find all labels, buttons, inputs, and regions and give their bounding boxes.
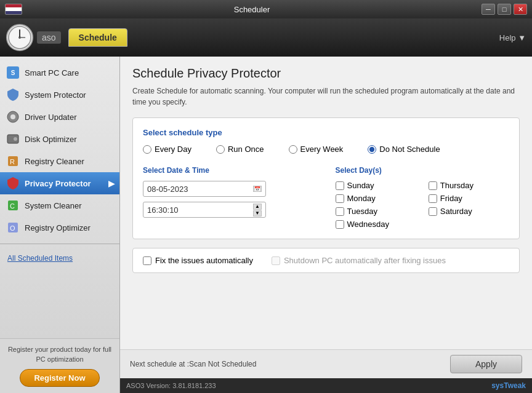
- clock-icon: [6, 24, 33, 51]
- radio-run-once-label: Run Once: [228, 145, 264, 154]
- system-cleaner-icon: C: [6, 199, 20, 212]
- close-button[interactable]: ✕: [514, 4, 527, 15]
- sidebar-item-driver-updater[interactable]: Driver Updater: [0, 106, 119, 128]
- sidebar-item-disk-optimizer[interactable]: Disk Optimizer: [0, 128, 119, 150]
- radio-do-not-schedule[interactable]: Do Not Schedule: [368, 145, 440, 154]
- main-layout: S Smart PC Care System Protector Driver …: [0, 57, 532, 393]
- fix-issues-checkbox[interactable]: [143, 256, 151, 265]
- radio-every-day[interactable]: Every Day: [143, 145, 191, 154]
- check-sunday[interactable]: Sunday: [336, 181, 416, 190]
- schedule-type-title: Select schedule type: [143, 128, 509, 137]
- next-schedule-text: Next schedule at :Scan Not Scheduled: [130, 360, 256, 368]
- radio-run-once[interactable]: Run Once: [216, 145, 264, 154]
- radio-do-not-schedule-input[interactable]: [368, 145, 376, 154]
- systweak-sys: sys: [491, 381, 504, 390]
- check-friday-label: Friday: [440, 194, 462, 203]
- sidebar-item-system-protector[interactable]: System Protector: [0, 84, 119, 106]
- fix-issues-label[interactable]: Fix the issues automatically: [143, 256, 253, 265]
- radio-every-week-label: Every Week: [300, 145, 344, 154]
- check-thursday-input[interactable]: [429, 181, 437, 190]
- sidebar-divider: [0, 244, 119, 244]
- check-monday-label: Monday: [347, 194, 376, 203]
- maximize-button[interactable]: □: [498, 4, 511, 15]
- check-sunday-input[interactable]: [336, 181, 344, 190]
- sidebar-label: Registry Optimizer: [25, 223, 91, 232]
- title-bar: Scheduler ─ □ ✕: [0, 0, 532, 18]
- time-arrows[interactable]: ▲ ▼: [253, 204, 262, 216]
- flag-icon: [5, 4, 22, 15]
- sidebar-label: Smart PC Care: [25, 68, 79, 77]
- time-value: 16:30:10: [147, 205, 179, 215]
- shutdown-text: Shutdown PC automatically after fixing i…: [284, 256, 446, 265]
- shutdown-label[interactable]: Shutdown PC automatically after fixing i…: [272, 256, 446, 265]
- smart-icon: S: [6, 66, 20, 79]
- check-monday[interactable]: Monday: [336, 194, 416, 203]
- check-wednesday-input[interactable]: [336, 220, 344, 229]
- radio-every-week[interactable]: Every Week: [289, 145, 344, 154]
- check-wednesday[interactable]: Wednesday: [336, 220, 416, 229]
- radio-every-day-input[interactable]: [143, 145, 151, 154]
- check-thursday-label: Thursday: [440, 181, 474, 190]
- check-thursday[interactable]: Thursday: [429, 181, 509, 190]
- sidebar-label: Driver Updater: [25, 113, 77, 122]
- time-down-arrow[interactable]: ▼: [253, 210, 262, 216]
- help-button[interactable]: Help ▼: [499, 33, 526, 42]
- systweak-logo: sysTweak: [491, 381, 526, 390]
- time-input[interactable]: 16:30:10 ▲ ▼: [143, 202, 266, 218]
- content-inner: Schedule Privacy Protector Create Schedu…: [120, 57, 532, 349]
- radio-group: Every Day Run Once Every Week Do Not Sch…: [143, 145, 509, 154]
- svg-text:O: O: [10, 224, 15, 232]
- window-title: Scheduler: [22, 5, 482, 14]
- sidebar-label: Registry Cleaner: [25, 157, 84, 166]
- shield-icon: [6, 88, 20, 101]
- date-value: 08-05-2023: [147, 185, 188, 194]
- content-footer: Next schedule at :Scan Not Scheduled App…: [120, 349, 532, 378]
- active-arrow: ▶: [108, 179, 115, 188]
- radio-do-not-schedule-label: Do Not Schedule: [379, 145, 440, 154]
- date-input[interactable]: 08-05-2023 📅: [143, 181, 266, 197]
- version-text: ASO3 Version: 3.81.8181.233: [126, 382, 216, 389]
- version-bar: ASO3 Version: 3.81.8181.233 sysTweak: [120, 378, 532, 393]
- sidebar-item-registry-cleaner[interactable]: R Registry Cleaner: [0, 150, 119, 172]
- sidebar-item-privacy-protector[interactable]: Privacy Protector ▶: [0, 172, 119, 194]
- sidebar-item-registry-optimizer[interactable]: O Registry Optimizer: [0, 216, 119, 239]
- schedule-card: Select schedule type Every Day Run Once …: [132, 117, 520, 239]
- schedule-tab[interactable]: Schedule: [68, 28, 127, 47]
- registry-optimizer-icon: O: [6, 221, 20, 234]
- check-tuesday-input[interactable]: [336, 207, 344, 216]
- two-column-section: Select Date & Time 08-05-2023 📅 16:30:10…: [143, 166, 509, 229]
- date-time-section: Select Date & Time 08-05-2023 📅 16:30:10…: [143, 166, 317, 229]
- check-tuesday[interactable]: Tuesday: [336, 207, 416, 216]
- page-description: Create Schedule for automatic scanning. …: [132, 85, 520, 108]
- check-saturday-label: Saturday: [440, 207, 472, 216]
- check-saturday-input[interactable]: [429, 207, 437, 216]
- time-up-arrow[interactable]: ▲: [253, 204, 262, 210]
- svg-text:R: R: [10, 158, 15, 165]
- check-friday-input[interactable]: [429, 194, 437, 203]
- check-friday[interactable]: Friday: [429, 194, 509, 203]
- apply-button[interactable]: Apply: [450, 355, 522, 373]
- check-monday-input[interactable]: [336, 194, 344, 203]
- radio-every-day-label: Every Day: [155, 145, 191, 154]
- date-calendar-icon[interactable]: 📅: [253, 186, 262, 192]
- sidebar-label: Disk Optimizer: [25, 135, 77, 144]
- minimize-button[interactable]: ─: [482, 4, 495, 15]
- sidebar-item-system-cleaner[interactable]: C System Cleaner: [0, 194, 119, 216]
- all-scheduled-items-link[interactable]: All Scheduled Items: [0, 249, 119, 268]
- aso-label: aso: [37, 31, 61, 44]
- sidebar-label: System Protector: [25, 90, 86, 100]
- shutdown-checkbox[interactable]: [272, 256, 280, 265]
- radio-run-once-input[interactable]: [216, 145, 225, 154]
- sidebar-item-smart-pc-care[interactable]: S Smart PC Care: [0, 62, 119, 84]
- logo-area: aso: [6, 24, 61, 51]
- sidebar-label: System Cleaner: [25, 201, 81, 210]
- radio-every-week-input[interactable]: [289, 145, 297, 154]
- page-title: Schedule Privacy Protector: [132, 66, 520, 81]
- date-time-title: Select Date & Time: [143, 166, 317, 175]
- days-title: Select Day(s): [336, 166, 510, 175]
- sidebar-bottom: Register your product today for full PC …: [0, 338, 119, 393]
- register-button[interactable]: Register Now: [20, 369, 100, 387]
- check-saturday[interactable]: Saturday: [429, 207, 509, 216]
- register-prompt: Register your product today for full PC …: [6, 345, 113, 364]
- driver-icon: [6, 110, 20, 124]
